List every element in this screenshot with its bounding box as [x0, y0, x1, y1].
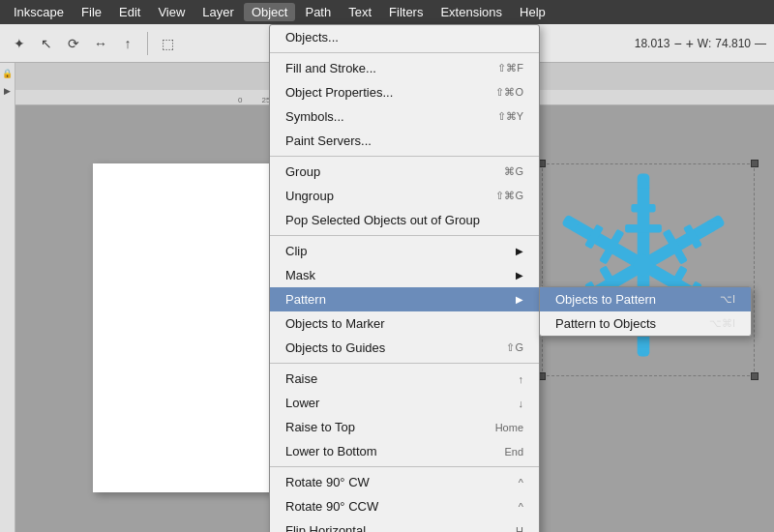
menu-label-flip-h: Flip Horizontal: [285, 523, 366, 532]
menu-item-rotate-cw[interactable]: Rotate 90° CW ^: [270, 470, 539, 494]
menu-label-objects-to-pattern: Objects to Pattern: [555, 292, 656, 307]
menu-label-paint-servers: Paint Servers...: [285, 133, 372, 148]
menu-item-pattern[interactable]: Pattern ▶ Objects to Pattern ⌥I Pattern …: [270, 287, 539, 311]
coord-w-value: 74.810: [715, 37, 751, 50]
menu-label-raise: Raise: [285, 371, 317, 386]
menu-label-rotate-ccw: Rotate 90° CCW: [285, 499, 378, 514]
menu-item-objects-to-marker[interactable]: Objects to Marker: [270, 311, 539, 336]
menu-item-paint-servers[interactable]: Paint Servers...: [270, 129, 539, 153]
menu-label-ungroup: Ungroup: [285, 189, 334, 203]
menu-item-object-properties[interactable]: Object Properties... ⇧⌘O: [270, 80, 539, 104]
menubar-item-extensions[interactable]: Extensions: [432, 3, 510, 21]
menubar-item-object[interactable]: Object: [244, 3, 296, 21]
selection-border: [542, 163, 755, 376]
menubar-item-path[interactable]: Path: [297, 3, 339, 21]
sidebar-tool-1[interactable]: ▶: [1, 84, 15, 98]
menu-sep-2: [270, 156, 539, 157]
menu-item-objects-to-guides[interactable]: Objects to Guides ⇧G: [270, 336, 539, 360]
menubar-item-layer[interactable]: Layer: [194, 3, 242, 21]
tool-flip-v[interactable]: ↑: [116, 32, 139, 55]
menu-label-fill-stroke: Fill and Stroke...: [285, 61, 376, 75]
menu-label-objects-to-guides: Objects to Guides: [285, 340, 385, 355]
coord-w-dash: —: [755, 37, 766, 50]
handle-tr[interactable]: [751, 160, 759, 167]
menu-shortcut-group: ⌘G: [504, 165, 523, 178]
menu-label-lower-to-bottom: Lower to Bottom: [285, 444, 377, 458]
menu-label-pattern-to-objects: Pattern to Objects: [555, 316, 656, 331]
menu-item-rotate-ccw[interactable]: Rotate 90° CCW ^: [270, 494, 539, 518]
menu-label-group: Group: [285, 164, 320, 179]
menu-shortcut-objects-to-guides: ⇧G: [506, 341, 523, 354]
menubar-item-view[interactable]: View: [150, 3, 193, 21]
tool-flip-h[interactable]: ↔: [89, 32, 112, 55]
menu-shortcut-ungroup: ⇧⌘G: [495, 190, 523, 202]
menu-label-rotate-cw: Rotate 90° CW: [285, 475, 370, 489]
menu-item-pattern-to-objects[interactable]: Pattern to Objects ⌥⌘I: [540, 311, 751, 336]
menu-item-pop-out-group[interactable]: Pop Selected Objects out of Group: [270, 208, 539, 232]
menu-label-pattern: Pattern: [285, 292, 326, 307]
menu-shortcut-raise: ↑: [519, 373, 524, 385]
menu-label-object-properties: Object Properties...: [285, 85, 393, 100]
menu-item-fill-stroke[interactable]: Fill and Stroke... ⇧⌘F: [270, 56, 539, 80]
canvas-selection: [542, 163, 755, 376]
menubar-item-file[interactable]: File: [74, 3, 109, 21]
menu-label-clip: Clip: [285, 244, 307, 258]
menu-label-lower: Lower: [285, 396, 319, 410]
toolbar-sep-1: [147, 32, 148, 55]
menu-item-ungroup[interactable]: Ungroup ⇧⌘G: [270, 184, 539, 208]
tool-extra[interactable]: ⬚: [156, 32, 179, 55]
coord-x-value: 18.013: [635, 37, 670, 50]
menu-item-objects[interactable]: Objects...: [270, 25, 539, 49]
menu-sep-4: [270, 363, 539, 364]
menu-shortcut-flip-h: H: [516, 525, 523, 533]
menu-sep-3: [270, 235, 539, 236]
menu-shortcut-symbols: ⇧⌘Y: [497, 110, 523, 123]
tool-arrow[interactable]: ↖: [35, 32, 58, 55]
menu-item-raise[interactable]: Raise ↑: [270, 367, 539, 391]
menu-label-symbols: Symbols...: [285, 109, 344, 124]
menu-label-mask: Mask: [285, 268, 315, 282]
menubar-item-edit[interactable]: Edit: [111, 3, 148, 21]
menu-shortcut-fill-stroke: ⇧⌘F: [497, 62, 523, 74]
ruler-tick-0: 0: [238, 96, 242, 104]
menu-sep-1: [270, 52, 539, 53]
menu-item-symbols[interactable]: Symbols... ⇧⌘Y: [270, 104, 539, 129]
tool-rotate[interactable]: ⟳: [62, 32, 85, 55]
menu-shortcut-lower-to-bottom: End: [504, 446, 523, 458]
mask-arrow-icon: ▶: [516, 270, 523, 281]
menu-item-lower-to-bottom[interactable]: Lower to Bottom End: [270, 439, 539, 463]
menubar-item-inkscape[interactable]: Inkscape: [6, 3, 72, 21]
pattern-submenu: Objects to Pattern ⌥I Pattern to Objects…: [539, 286, 752, 337]
coord-zoom-in[interactable]: +: [686, 36, 694, 51]
menubar-item-help[interactable]: Help: [512, 3, 553, 21]
menu-label-objects-to-marker: Objects to Marker: [285, 316, 385, 331]
pattern-arrow-icon: ▶: [516, 294, 523, 305]
menu-shortcut-rotate-ccw: ^: [519, 501, 523, 513]
coord-w-label: W:: [698, 37, 711, 50]
menu-item-group[interactable]: Group ⌘G: [270, 160, 539, 184]
menu-item-mask[interactable]: Mask ▶: [270, 263, 539, 287]
menu-label-objects: Objects...: [285, 30, 339, 44]
clip-arrow-icon: ▶: [516, 246, 523, 256]
menu-label-raise-to-top: Raise to Top: [285, 420, 355, 434]
menubar: Inkscape File Edit View Layer Object Pat…: [0, 0, 774, 24]
menu-shortcut-lower: ↓: [519, 398, 524, 409]
menu-shortcut-rotate-cw: ^: [519, 477, 523, 488]
menu-item-lower[interactable]: Lower ↓: [270, 391, 539, 415]
menu-sep-5: [270, 466, 539, 467]
left-sidebar: 🔒 ▶: [0, 63, 15, 532]
sidebar-lock-icon[interactable]: 🔒: [1, 67, 15, 80]
menu-shortcut-objects-to-pattern: ⌥I: [720, 293, 735, 306]
coord-zoom-out[interactable]: −: [673, 36, 681, 51]
menubar-item-filters[interactable]: Filters: [381, 3, 431, 21]
menu-item-clip[interactable]: Clip ▶: [270, 239, 539, 263]
menu-item-raise-to-top[interactable]: Raise to Top Home: [270, 415, 539, 439]
tool-select[interactable]: ✦: [8, 32, 31, 55]
handle-br[interactable]: [751, 372, 759, 380]
menu-shortcut-object-properties: ⇧⌘O: [495, 86, 523, 99]
menubar-item-text[interactable]: Text: [341, 3, 379, 21]
object-menu: Objects... Fill and Stroke... ⇧⌘F Object…: [269, 24, 540, 532]
menu-item-objects-to-pattern[interactable]: Objects to Pattern ⌥I: [540, 287, 751, 311]
menu-item-flip-h[interactable]: Flip Horizontal H: [270, 518, 539, 532]
menu-shortcut-pattern-to-objects: ⌥⌘I: [709, 317, 735, 330]
